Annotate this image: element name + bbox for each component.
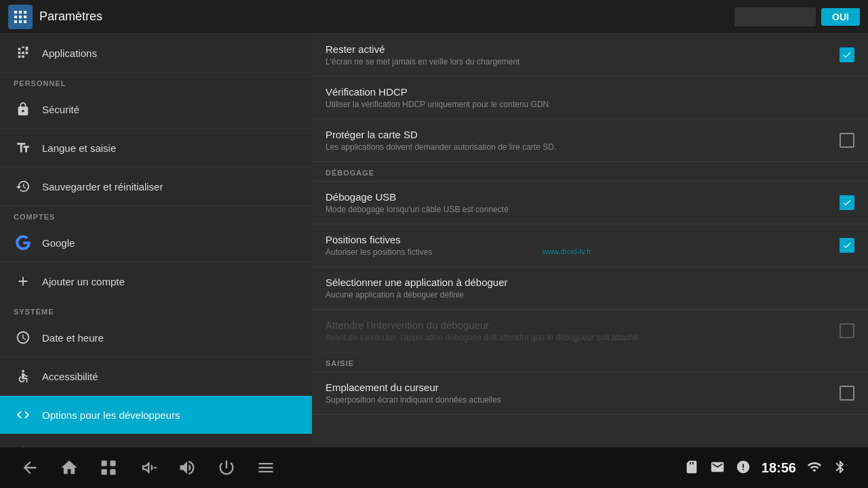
email-icon [710,460,725,476]
accessibility-icon [14,367,33,386]
page-title: Paramètres [39,9,734,24]
setting-checkbox[interactable] [840,238,854,253]
setting-info: Rester activéL'écran ne se met jamais en… [326,43,840,66]
home-button[interactable] [60,458,79,477]
volume-down-button[interactable] [138,458,157,477]
setting-row[interactable]: Emplacement du curseurSuperposition écra… [312,372,868,415]
setting-info: Protéger la carte SDLes applications doi… [326,129,840,152]
svg-rect-2 [110,461,115,466]
setting-row[interactable]: Rester activéL'écran ne se met jamais en… [312,34,868,77]
svg-point-0 [22,370,24,373]
google-icon [14,233,33,252]
text-icon [14,138,33,157]
top-bar-actions: OUI [734,7,860,26]
recents-button[interactable] [99,458,118,477]
setting-desc: Les applications doivent demander autori… [326,142,840,152]
oui-button[interactable]: OUI [821,8,860,26]
svg-rect-3 [102,469,107,474]
setting-info: Attendre l'intervention du débogueurAvan… [326,319,840,342]
bottom-right: 18:56 [684,460,848,476]
sidebar-item-label: Accessibilité [42,371,98,382]
sidebar-item-dev[interactable]: Options pour les développeurs [0,396,312,434]
setting-row[interactable]: Protéger la carte SDLes applications doi… [312,119,868,162]
setting-info: Débogage USBMode débogage lorsqu'un câbl… [326,191,840,214]
sidebar-item-securite[interactable]: Sécurité [0,90,312,129]
apps-icon [14,43,33,62]
setting-title: Débogage USB [326,191,840,203]
setting-checkbox[interactable] [840,386,854,401]
content-section-label: DÉBOGAGE [312,162,868,182]
setting-row[interactable]: Sélectionner une application à déboguerA… [312,267,868,310]
sidebar-item-langue[interactable]: Langue et saisie [0,129,312,167]
sidebar-item-label: Ajouter un compte [42,276,125,287]
bottom-nav [20,458,275,477]
bottom-bar: 18:56 [0,447,868,488]
setting-title: Sélectionner une application à déboguer [326,277,854,288]
setting-checkbox[interactable] [840,47,854,62]
setting-desc: L'écran ne se met jamais en veille lors … [326,57,840,66]
sidebar-item-label: Date et heure [42,332,104,344]
setting-checkbox[interactable] [840,195,854,210]
sidebar-item-label: Options pour les développeurs [42,409,180,421]
lock-icon [14,100,33,119]
setting-desc: Superposition écran indiquant données ac… [326,395,840,405]
time-display: 18:56 [762,460,796,476]
settings-icon [12,9,28,25]
setting-row[interactable]: Positions fictivesAutoriser les position… [312,224,868,267]
sidebar-item-google[interactable]: Google [0,224,312,262]
sd-icon [684,460,699,476]
setting-title: Attendre l'intervention du débogueur [326,319,840,331]
svg-rect-1 [102,461,107,466]
setting-title: Vérification HDCP [326,86,854,98]
back-button[interactable] [20,458,39,477]
setting-title: Rester activé [326,43,840,55]
setting-info: Sélectionner une application à déboguerA… [326,277,854,300]
setting-checkbox [840,323,854,338]
setting-info: Emplacement du curseurSuperposition écra… [326,382,840,405]
setting-info: Positions fictivesAutoriser les position… [326,234,840,257]
setting-title: Protéger la carte SD [326,129,840,140]
setting-desc: Utiliser la vérification HDCP uniquement… [326,100,854,109]
setting-title: Emplacement du curseur [326,382,840,393]
top-bar: Paramètres OUI [0,0,868,34]
setting-title: Positions fictives [326,234,840,245]
info-icon [14,444,33,447]
search-input[interactable] [734,7,816,26]
sidebar-section-label: COMPTES [0,206,312,224]
menu-button[interactable] [256,458,275,477]
wifi-icon [807,460,822,476]
sidebar-item-apropos[interactable]: À propos de la devicete [0,434,312,447]
sidebar-item-label: Sécurité [42,104,79,115]
setting-info: Vérification HDCPUtiliser la vérificatio… [326,86,854,109]
sidebar-item-label: Google [42,237,75,249]
notification-icon [736,460,751,476]
sidebar-item-accessibilite[interactable]: Accessibilité [0,357,312,396]
sidebar-item-label: Sauvegarder et réinitialiser [42,181,163,192]
setting-desc: Mode débogage lorsqu'un câble USB est co… [326,205,840,214]
sidebar-item-date[interactable]: Date et heure [0,319,312,357]
setting-desc: Aucune application à déboguer définie [326,290,854,300]
sidebar: ApplicationsPERSONNELSécuritéLangue et s… [0,34,312,447]
setting-row: Attendre l'intervention du débogueurAvan… [312,310,868,352]
sidebar-item-applications[interactable]: Applications [0,34,312,73]
setting-row[interactable]: Débogage USBMode débogage lorsqu'un câbl… [312,182,868,224]
main-layout: ApplicationsPERSONNELSécuritéLangue et s… [0,34,868,447]
setting-desc: Autoriser les positions fictives [326,247,840,257]
sidebar-section-label: PERSONNEL [0,73,312,90]
sidebar-item-label: Applications [42,47,97,59]
restore-icon [14,177,33,196]
svg-rect-4 [110,469,115,474]
sidebar-item-sauvegarder[interactable]: Sauvegarder et réinitialiser [0,167,312,206]
content-section-label: SAISIE [312,352,868,372]
bluetooth-icon [833,460,848,476]
app-icon [8,5,33,29]
setting-checkbox[interactable] [840,133,854,148]
add-icon [14,272,33,291]
clock-icon [14,328,33,347]
sidebar-item-label: Langue et saisie [42,142,116,154]
sidebar-item-ajouter[interactable]: Ajouter un compte [0,262,312,301]
power-button[interactable] [217,458,236,477]
sidebar-section-label: SYSTÈME [0,301,312,319]
setting-row[interactable]: Vérification HDCPUtiliser la vérificatio… [312,77,868,119]
volume-up-button[interactable] [178,458,197,477]
